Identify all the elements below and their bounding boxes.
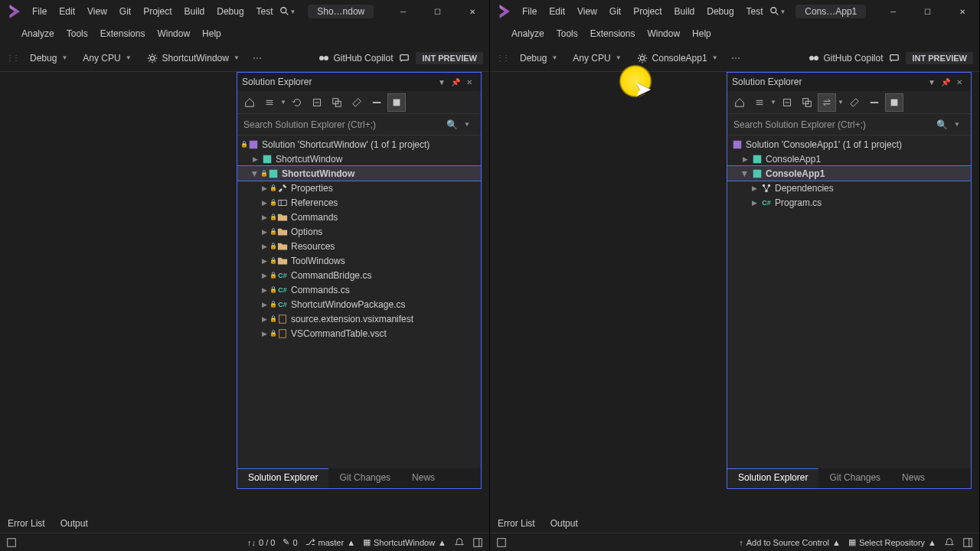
platform-dropdown[interactable]: Any CPU▼ — [76, 50, 138, 67]
tab-solution-explorer[interactable]: Solution Explorer — [237, 468, 328, 488]
tab-solution-explorer[interactable]: Solution Explorer — [727, 468, 818, 488]
tree-item[interactable]: ▶Dependencies — [727, 181, 971, 195]
tree-item[interactable]: ▶🔒source.extension.vsixmanifest — [237, 311, 481, 326]
menu-build[interactable]: Build — [668, 3, 701, 20]
chevron-icon[interactable]: ▶ — [259, 272, 270, 279]
menu-edit[interactable]: Edit — [543, 3, 571, 20]
switch-views-icon[interactable] — [260, 93, 279, 112]
tab-output[interactable]: Output — [57, 517, 91, 530]
collapse-all-icon[interactable] — [308, 93, 326, 112]
tree-item[interactable]: ▶🔒Commands — [237, 210, 481, 224]
pin-icon[interactable]: 📌 — [449, 78, 462, 86]
toolbar-overflow[interactable]: ⋯ — [727, 51, 745, 66]
source-control-status[interactable]: ↑ Add to Source Control ▲ — [739, 538, 841, 547]
solution-node[interactable]: 🔒 Solution 'ShortcutWindow' (1 of 1 proj… — [237, 137, 481, 152]
tab-error-list[interactable]: Error List — [5, 517, 48, 530]
toolbar-overflow[interactable]: ⋯ — [248, 51, 266, 66]
menu-window[interactable]: Window — [641, 25, 686, 42]
tree-item[interactable]: ▶🔒C#ShortcutWindowPackage.cs — [237, 297, 481, 311]
chevron-down-icon[interactable]: ▼ — [949, 121, 965, 128]
chevron-icon[interactable]: ▶ — [251, 168, 259, 179]
panel-icon[interactable] — [472, 537, 483, 548]
bell-icon[interactable] — [944, 537, 955, 548]
app-title[interactable]: Cons…App1 — [795, 5, 866, 18]
se-dropdown-icon[interactable]: ▼ — [435, 78, 449, 86]
bell-icon[interactable] — [454, 537, 465, 548]
chevron-down-icon[interactable]: ▼ — [280, 99, 286, 106]
minimize-button[interactable]: ─ — [876, 0, 910, 23]
tab-git-changes[interactable]: Git Changes — [328, 468, 401, 488]
chevron-icon[interactable]: ▶ — [250, 155, 260, 163]
panel-icon[interactable] — [962, 537, 973, 548]
tree-item[interactable]: ▶🔒References — [237, 195, 481, 210]
solution-node[interactable]: Solution 'ConsoleApp1' (1 of 1 project) — [727, 137, 971, 152]
home-icon[interactable] — [730, 93, 749, 112]
close-icon[interactable]: ✕ — [462, 78, 476, 86]
chevron-down-icon[interactable]: ▼ — [459, 121, 475, 128]
switch-views-icon[interactable] — [750, 93, 769, 112]
tree-item[interactable]: ▶C#Program.cs — [727, 195, 971, 210]
chevron-icon[interactable]: ▶ — [259, 315, 270, 323]
pending-status[interactable]: ✎ 0 — [283, 537, 297, 547]
menu-project[interactable]: Project — [627, 3, 668, 20]
chevron-icon[interactable]: ▶ — [749, 199, 760, 207]
tab-error-list[interactable]: Error List — [495, 517, 538, 530]
chevron-icon[interactable]: ▶ — [259, 228, 270, 236]
menu-git[interactable]: Git — [603, 3, 627, 20]
chevron-icon[interactable]: ▶ — [259, 301, 270, 308]
properties-icon[interactable] — [845, 93, 864, 112]
tab-news[interactable]: News — [401, 468, 446, 488]
search-icon[interactable]: 🔍 — [934, 119, 949, 130]
menu-extensions[interactable]: Extensions — [94, 25, 152, 42]
close-button[interactable]: ✕ — [945, 0, 979, 23]
chevron-icon[interactable]: ▶ — [259, 184, 270, 192]
app-title[interactable]: Sho…ndow — [308, 5, 374, 18]
project-node-active[interactable]: ▶ ConsoleApp1 — [727, 166, 971, 181]
menu-file[interactable]: File — [26, 3, 53, 20]
menu-window[interactable]: Window — [151, 25, 196, 42]
tree-item[interactable]: ▶🔒VSCommandTable.vsct — [237, 326, 481, 341]
close-icon[interactable]: ✕ — [952, 78, 966, 86]
chevron-icon[interactable]: ▶ — [749, 184, 760, 192]
pin-icon[interactable]: 📌 — [939, 78, 952, 86]
copilot-button[interactable]: GitHub Copilot — [313, 50, 397, 67]
sync-icon[interactable] — [818, 93, 836, 112]
menu-extensions[interactable]: Extensions — [584, 25, 642, 42]
config-dropdown[interactable]: Debug▼ — [23, 50, 74, 67]
project-node-active[interactable]: ▶ 🔒 ShortcutWindow — [237, 166, 481, 181]
show-all-icon[interactable] — [328, 93, 346, 112]
tree-item[interactable]: ▶🔒C#Commands.cs — [237, 282, 481, 297]
startup-dropdown[interactable]: ShortcutWindow▼ — [140, 50, 247, 67]
menu-analyze[interactable]: Analyze — [505, 25, 550, 42]
menu-test[interactable]: Test — [740, 3, 769, 20]
tree-item[interactable]: ▶🔒ToolWindows — [237, 253, 481, 268]
chevron-icon[interactable]: ▶ — [741, 168, 749, 179]
startup-dropdown[interactable]: ConsoleApp1▼ — [630, 50, 725, 67]
chevron-down-icon[interactable]: ▼ — [770, 99, 776, 106]
menu-help[interactable]: Help — [196, 25, 227, 42]
config-dropdown[interactable]: Debug▼ — [513, 50, 564, 67]
menu-edit[interactable]: Edit — [53, 3, 81, 20]
menu-view[interactable]: View — [571, 3, 603, 20]
tree-item[interactable]: ▶🔒Options — [237, 224, 481, 239]
se-search[interactable]: Search Solution Explorer (Ctrl+;) 🔍 ▼ — [237, 114, 481, 135]
chevron-icon[interactable]: ▶ — [259, 286, 270, 294]
minimize-button[interactable]: ─ — [386, 0, 420, 23]
menu-help[interactable]: Help — [686, 25, 717, 42]
git-changes-status[interactable]: ↑↓ 0 / 0 — [247, 538, 275, 547]
menu-build[interactable]: Build — [178, 3, 211, 20]
feedback-icon[interactable] — [399, 53, 410, 64]
menu-tools[interactable]: Tools — [60, 25, 94, 42]
branch-status[interactable]: ⎇ master ▲ — [305, 537, 356, 547]
repo-status[interactable]: ▦ Select Repository ▲ — [848, 537, 936, 547]
menu-debug[interactable]: Debug — [701, 3, 740, 20]
maximize-button[interactable]: ☐ — [420, 0, 455, 23]
target-status[interactable]: ▦ ShortcutWindow ▲ — [363, 537, 446, 547]
chevron-icon[interactable]: ▶ — [259, 243, 270, 250]
refresh-icon[interactable] — [288, 93, 306, 112]
menu-analyze[interactable]: Analyze — [15, 25, 60, 42]
menu-view[interactable]: View — [81, 3, 113, 20]
tree-item[interactable]: ▶🔒Properties — [237, 181, 481, 195]
show-all-icon[interactable] — [798, 93, 816, 112]
search-icon[interactable]: 🔍 — [444, 119, 459, 130]
